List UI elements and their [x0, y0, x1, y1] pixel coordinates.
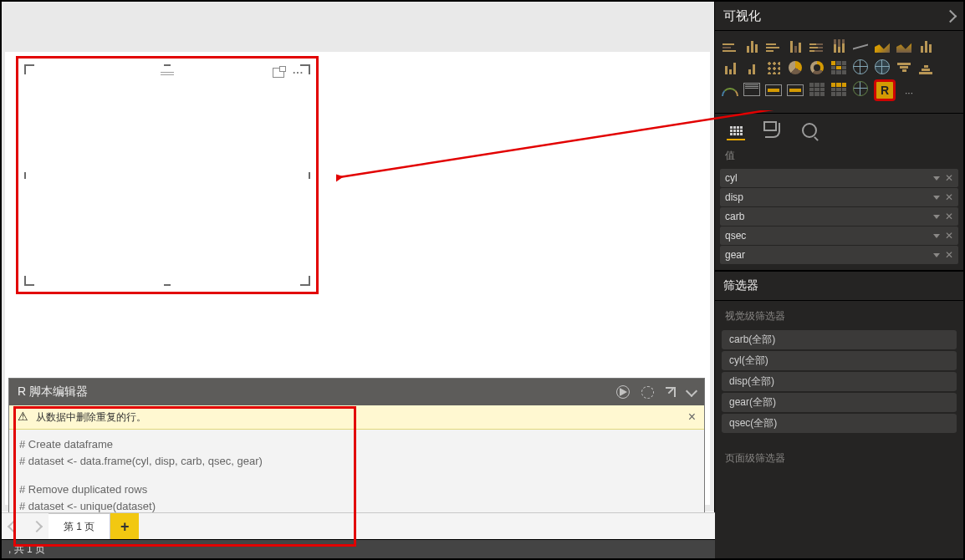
filled-map-icon[interactable] — [874, 58, 891, 74]
report-canvas[interactable]: ··· R 脚本编辑器 ⚠ — [2, 2, 715, 512]
page-tab-1[interactable]: 第 1 页 — [49, 513, 110, 540]
treemap-icon[interactable] — [830, 58, 847, 74]
run-script-button[interactable] — [616, 385, 630, 399]
visualizations-panel-header[interactable]: 可视化 — [715, 2, 963, 31]
multi-row-card-icon[interactable] — [765, 79, 782, 96]
format-tab[interactable] — [763, 122, 782, 139]
r-editor-warning-text: 从数据中删除重复的行。 — [36, 411, 146, 423]
filter-pill[interactable]: disp(全部) — [722, 372, 957, 391]
filters-panel-header[interactable]: 筛选器 — [715, 271, 963, 301]
visual-level-filters[interactable]: carb(全部) cyl(全部) disp(全部) gear(全部) qsec(… — [715, 328, 963, 440]
report-page[interactable]: ··· R 脚本编辑器 ⚠ — [5, 52, 710, 505]
slicer-icon[interactable] — [917, 58, 934, 74]
filter-pill[interactable]: cyl(全部) — [722, 351, 957, 370]
r-visual-placeholder[interactable]: ··· — [16, 56, 319, 294]
warning-close-button[interactable]: × — [688, 410, 696, 425]
popout-editor-button[interactable] — [666, 387, 676, 397]
remove-field-icon[interactable]: ✕ — [945, 191, 953, 203]
value-field-pill[interactable]: qsec✕ — [720, 227, 958, 245]
resize-handle-b[interactable] — [164, 284, 171, 286]
table-icon[interactable] — [809, 79, 825, 96]
r-editor-header: R 脚本编辑器 — [9, 379, 704, 405]
filters-title: 筛选器 — [723, 278, 758, 293]
r-editor-warning-bar: ⚠ 从数据中删除重复的行。 × — [9, 405, 704, 430]
collapse-panel-icon[interactable] — [944, 9, 957, 23]
column-chart-icon[interactable] — [743, 36, 760, 53]
script-settings-button[interactable] — [641, 386, 654, 399]
r-code-line: # Create dataframe — [19, 436, 694, 453]
stacked-area-chart-icon[interactable] — [896, 36, 912, 53]
filter-pill[interactable]: gear(全部) — [722, 393, 957, 412]
visualization-gallery: R ··· — [715, 31, 963, 113]
value-fields-well[interactable]: cyl✕ disp✕ carb✕ qsec✕ gear✕ — [715, 168, 963, 271]
remove-field-icon[interactable]: ✕ — [945, 172, 953, 184]
visual-more-icon[interactable]: ··· — [293, 67, 304, 79]
gauge-chart-icon[interactable] — [722, 79, 738, 96]
values-section-label: 值 — [715, 140, 963, 168]
remove-field-icon[interactable]: ✕ — [945, 211, 953, 222]
line-chart-icon[interactable] — [852, 36, 869, 53]
pie-chart-icon[interactable] — [787, 58, 804, 74]
value-field-pill[interactable]: carb✕ — [720, 207, 958, 226]
matrix-icon[interactable] — [830, 79, 847, 96]
card-icon[interactable] — [743, 79, 760, 96]
arcgis-map-icon[interactable] — [852, 79, 869, 96]
r-editor-title: R 脚本编辑器 — [18, 384, 88, 400]
funnel-chart-icon[interactable] — [896, 58, 912, 74]
value-field-pill[interactable]: gear✕ — [720, 246, 958, 264]
focus-mode-icon[interactable] — [273, 68, 284, 78]
map-icon[interactable] — [852, 58, 869, 74]
donut-chart-icon[interactable] — [809, 58, 825, 74]
page-filters-label: 页面级筛选器 — [715, 440, 963, 471]
stacked-bar-chart-icon[interactable] — [722, 36, 738, 53]
waterfall-chart-icon[interactable] — [743, 58, 760, 74]
filter-pill[interactable]: carb(全部) — [722, 330, 957, 349]
analytics-tab[interactable] — [800, 122, 819, 139]
page-tabs-bar: 第 1 页 + — [2, 512, 715, 540]
clustered-bar-chart-icon[interactable] — [765, 36, 782, 53]
fields-tab[interactable] — [727, 122, 745, 140]
visual-drag-grip[interactable] — [161, 70, 174, 77]
warning-icon: ⚠ — [18, 410, 28, 423]
remove-field-icon[interactable]: ✕ — [945, 230, 953, 242]
value-field-pill[interactable]: cyl✕ — [720, 169, 958, 187]
combo-chart-icon[interactable] — [917, 36, 934, 53]
area-chart-icon[interactable] — [874, 36, 891, 53]
remove-field-icon[interactable]: ✕ — [945, 249, 953, 261]
clustered-column-chart-icon[interactable] — [787, 36, 804, 53]
ribbon-chart-icon[interactable] — [722, 58, 738, 74]
stacked-bar-100-icon[interactable] — [809, 36, 825, 53]
status-page-count: , 共 1 页 — [8, 542, 45, 557]
stacked-column-100-icon[interactable] — [830, 36, 847, 53]
add-page-button[interactable]: + — [110, 513, 139, 540]
next-page-button[interactable] — [25, 513, 49, 540]
r-visual-icon[interactable]: R — [874, 79, 896, 101]
value-field-pill[interactable]: disp✕ — [720, 188, 958, 206]
import-visual-icon[interactable]: ··· — [901, 82, 917, 99]
scatter-chart-icon[interactable] — [765, 58, 782, 74]
r-code-line: # Remove duplicated rows — [19, 481, 694, 498]
visualizations-title: 可视化 — [723, 8, 761, 24]
status-bar: , 共 1 页 — [2, 539, 715, 558]
kpi-icon[interactable] — [787, 79, 804, 96]
resize-handle-r[interactable] — [309, 172, 310, 179]
r-code-line: # dataset <- data.frame(cyl, disp, carb,… — [19, 453, 694, 470]
visual-filters-label: 视觉级筛选器 — [715, 301, 963, 328]
filter-pill[interactable]: qsec(全部) — [722, 414, 957, 433]
collapse-editor-button[interactable] — [687, 389, 696, 395]
prev-page-button[interactable] — [2, 513, 25, 540]
